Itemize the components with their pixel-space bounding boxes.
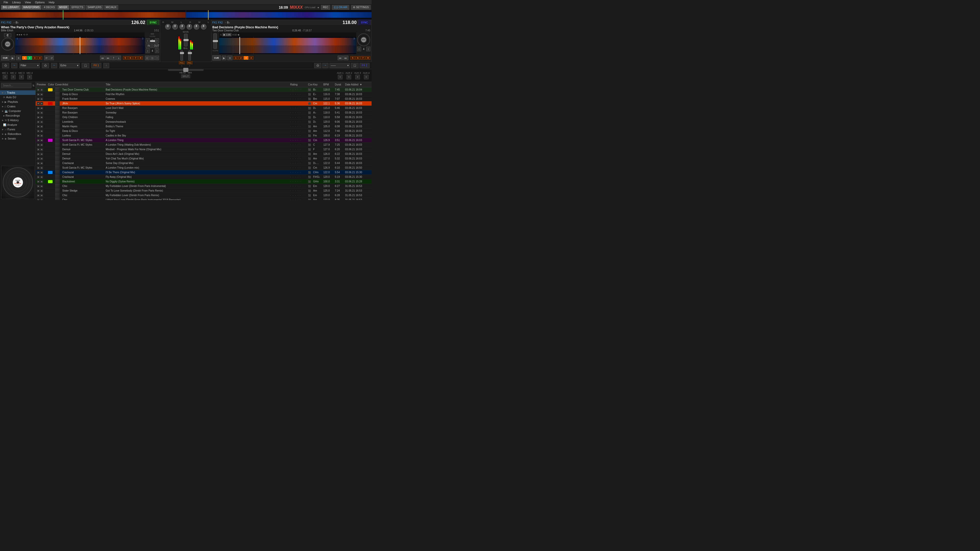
cell-rating-14[interactable]: · · · · · [290, 152, 308, 156]
menu-help[interactable]: Help [47, 1, 57, 4]
effects-btn[interactable]: EFFECTS [70, 5, 85, 10]
hotcue-right-5[interactable]: 5 [350, 56, 355, 60]
deck-left-jump-2[interactable]: ⟩⟩ [150, 56, 155, 60]
track-row[interactable]: ▶⏏Two Door Cinema ClubBad Decisions (Pur… [36, 87, 372, 92]
mic-3-add-btn[interactable]: + [19, 75, 24, 79]
mic-1-add-btn[interactable]: + [3, 75, 7, 79]
cell-rating-17[interactable]: · · · · · [290, 166, 308, 169]
loop-in-btn[interactable]: IN [146, 43, 152, 48]
deck-left-transport-4[interactable]: ⤓ [116, 56, 121, 60]
preview-play-7[interactable]: ▶ [37, 121, 40, 124]
search-input[interactable] [1, 83, 32, 88]
fx-right-dropdown[interactable]: —— ▾ [329, 63, 350, 68]
header-date[interactable]: Date Added ▼ [345, 83, 371, 86]
fx-chain-1[interactable]: FX 1 [91, 63, 101, 68]
ch-fader-right-track[interactable] [188, 51, 191, 61]
track-row[interactable]: ▶⏏Only ChildrenFalling· · · · ·⬛D♭110.05… [36, 115, 372, 120]
sidebar-item-playlists[interactable]: ▶ ▶ Playlists [0, 100, 35, 104]
preview-load-16[interactable]: ⏏ [40, 162, 43, 165]
preview-play-16[interactable]: ▶ [37, 162, 40, 165]
hotcue-left-5[interactable]: 5 [123, 56, 127, 60]
preview-load-4[interactable]: ⏏ [40, 106, 43, 110]
sidebar-item-recordings[interactable]: ● Recordings [0, 113, 35, 118]
4decks-btn[interactable]: 4 DECKS [42, 5, 57, 10]
header-title[interactable]: Title [106, 83, 290, 86]
settings-button[interactable]: ⚙ SETTINGS [351, 5, 371, 10]
deck-left-fx1-label[interactable]: FX1 [1, 21, 6, 24]
preview-play-18[interactable]: ▶ [37, 171, 40, 174]
cell-rating-23[interactable]: · · · · · [290, 194, 308, 197]
cell-rating-2[interactable]: · · · · · [290, 97, 308, 100]
track-row[interactable]: ▶⏏ChicMy Forbidden Lover (Dimitri From P… [36, 184, 372, 189]
loop-double-btn2[interactable]: ⟩ [155, 48, 159, 53]
track-row[interactable]: ▶⏏LuvlessCastles in the Sky· · · · ·⬛Fm1… [36, 133, 372, 138]
preview-load-9[interactable]: ⏏ [40, 130, 43, 133]
track-row[interactable]: ▶⏏Scott Garcia Ft. MC StylesA London Thi… [36, 165, 372, 170]
preview-play-5[interactable]: ▶ [37, 111, 40, 114]
sidebar-item-history[interactable]: ▶ ⟲ 5 History [0, 118, 35, 122]
preview-play-9[interactable]: ▶ [37, 130, 40, 133]
kill-left-fx1[interactable]: FX1 [179, 61, 185, 64]
preview-play-15[interactable]: ▶ [37, 157, 40, 160]
deck-right-cue-btn[interactable]: CUE [212, 56, 221, 60]
preview-load-10[interactable]: ⏏ [40, 134, 43, 137]
preview-play-2[interactable]: ▶ [37, 97, 40, 100]
deck-right-vinyl[interactable]: MXX [357, 33, 370, 46]
track-row[interactable]: ▶⏏Scott Garcia Ft. MC StylesA London Thi… [36, 138, 372, 143]
track-row[interactable]: ▶⏏Scott Garcia Ft. MC StylesA London Thi… [36, 143, 372, 147]
preview-load-13[interactable]: ⏏ [40, 148, 43, 151]
mic-2-add-btn[interactable]: + [11, 75, 16, 79]
deck-left-eject[interactable]: ↑ [155, 56, 159, 60]
track-row[interactable]: ▶⏏BlackstreetNo Diggity (Sylow Remix)· ·… [36, 179, 372, 184]
header-key[interactable]: Key [313, 83, 323, 86]
track-row[interactable]: ▶⏏Ron BasejamSomeday· · · · ·⬛A♭118.05:4… [36, 110, 372, 115]
fx-left-filter[interactable]: Filter ▾ [19, 63, 40, 68]
deck-right-fx1-label[interactable]: FX1 [212, 21, 217, 24]
deck-left-pitch-handle[interactable] [150, 40, 155, 42]
menu-library[interactable]: Library [10, 1, 23, 4]
search-sort-icon[interactable]: ⇅ [32, 84, 35, 87]
preview-play-11[interactable]: ▶ [37, 139, 40, 142]
cell-rating-0[interactable]: · · · · · [290, 88, 308, 91]
cell-rating-11[interactable]: · · · · · [290, 139, 308, 141]
ch-fader-left-track[interactable] [180, 51, 183, 61]
deck-left-pause-btn[interactable]: ⏸ [16, 56, 21, 60]
track-row[interactable]: ▶⏏DemuirYuh Chat Too Much (Original Mix)… [36, 156, 372, 161]
preview-load-8[interactable]: ⏏ [40, 125, 43, 128]
preview-play-24[interactable]: ▶ [37, 198, 40, 200]
deck-left-waveform[interactable]: 1 2 [15, 37, 145, 54]
loop-halve-btn[interactable]: ⟨ [146, 38, 150, 43]
track-row[interactable]: ▶⏏Sister SledgeGot To Love Somebody (Dim… [36, 189, 372, 193]
ch-fader-left-handle[interactable] [180, 52, 184, 54]
preview-play-4[interactable]: ▶ [37, 106, 40, 110]
track-row[interactable]: ▶⏏ChicMy Forbidden Lover (Dimitri From P… [36, 193, 372, 198]
loop-right-halve[interactable]: ⟨ [357, 47, 361, 51]
preview-play-19[interactable]: ▶ [37, 176, 40, 179]
preview-play-10[interactable]: ▶ [37, 134, 40, 137]
split-btn[interactable]: SPLIT [181, 75, 190, 78]
loop-halve-btn2[interactable]: ⟨ [146, 48, 150, 53]
track-row[interactable]: ▶⏏CrackazatFly Away (Original Mix)· · · … [36, 175, 372, 179]
cell-rating-3[interactable]: · · · · · [290, 102, 308, 105]
preview-load-19[interactable]: ⏏ [40, 176, 43, 179]
track-row[interactable]: ▶⏏Deep & DiscoSo Tight· · · · ·⬛Am112.07… [36, 129, 372, 133]
header-rating[interactable]: Rating [290, 83, 308, 86]
preview-play-13[interactable]: ▶ [37, 148, 40, 151]
hotcue-left-8[interactable]: 8 [138, 56, 143, 60]
deck-right-pitch-fader[interactable] [213, 33, 217, 49]
deck-left-transport-3[interactable]: ⤒ [111, 56, 116, 60]
micaux-btn[interactable]: MIC/AUX [104, 5, 118, 10]
aux-1-add-btn[interactable]: + [338, 75, 342, 79]
deck-right-fx2-label[interactable]: FX2 [218, 21, 223, 24]
fx-left-wobble[interactable]: ~ [11, 63, 18, 68]
track-row[interactable]: ▶⏏CrackazatI'll Be There (Original Mix)·… [36, 170, 372, 175]
sidebar-item-tracks[interactable]: ▶ ♪ Tracks [0, 90, 35, 95]
preview-play-12[interactable]: ▶ [37, 143, 40, 146]
cell-rating-24[interactable]: · · · · · [290, 198, 308, 200]
preview-load-18[interactable]: ⏏ [40, 171, 43, 174]
deck-left-loop-toggle[interactable]: ↺ [49, 56, 54, 60]
hotcue-left-1[interactable]: 1 [22, 56, 27, 60]
preview-load-6[interactable]: ⏏ [40, 116, 43, 119]
mic-4-add-btn[interactable]: + [27, 75, 32, 79]
preview-load-5[interactable]: ⏏ [40, 111, 43, 114]
